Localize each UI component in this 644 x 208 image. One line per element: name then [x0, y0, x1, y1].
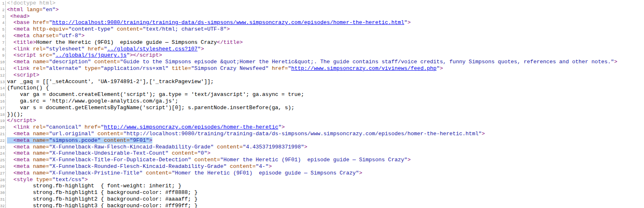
code-segment: name= [33, 163, 49, 170]
code-segment: strong.fb-highlight2 { background-color:… [7, 196, 197, 202]
line-number: 15 [0, 92, 6, 98]
code-segment: " [104, 46, 107, 52]
code-segment: <meta [14, 170, 33, 176]
code-segment: var ga = document.createElement('script'… [7, 91, 304, 98]
source-line: 3 <head> [0, 14, 644, 20]
code-segment: type= [81, 65, 101, 72]
code-segment: "stylesheet" [46, 46, 85, 52]
code-segment: "description" [49, 59, 91, 65]
line-number: 26 [0, 164, 6, 170]
source-link[interactable]: ../global/js/jquery.js [55, 52, 127, 58]
code-segment: content= [214, 144, 243, 150]
source-line: 32 strong.fb-highlight3 { background-col… [0, 203, 644, 208]
code-segment: "X-Funnelback-Raw-Flesch-Kincaid-Readabi… [49, 144, 214, 150]
code-text: })(); [7, 111, 23, 117]
code-segment: > [201, 46, 204, 52]
code-text: <link rel="stylesheet" href="../global/s… [7, 46, 204, 52]
line-number: 31 [0, 197, 6, 203]
source-line: 25 <meta name="X-Funnelback-Title-For-Du… [0, 157, 644, 164]
code-segment: href= [81, 124, 101, 130]
source-link[interactable]: http://www.simpsoncrazy.com/vivinews/fee… [291, 65, 437, 72]
code-segment: "text/css" [52, 177, 84, 183]
line-code: strong.fb-highlight1 { background-color:… [7, 190, 197, 196]
code-segment: rel= [33, 124, 46, 130]
code-segment: <script [14, 52, 39, 58]
code-segment: "http://localhost:9080/training/training… [123, 131, 482, 137]
source-link[interactable]: http://www.simpsoncrazy.com/episodes/hom… [104, 124, 278, 130]
code-segment: > [482, 131, 485, 137]
code-segment: > [81, 33, 84, 39]
code-text: <meta name="X-Funnelback-Title-For-Dupli… [7, 157, 411, 163]
line-number: 1 [0, 1, 6, 7]
source-link[interactable]: http://localhost:9080/training/training-… [52, 19, 404, 26]
line-number: 2 [0, 7, 6, 14]
line-code: <html lang="en"> [7, 7, 59, 13]
code-text: <script> [7, 72, 39, 78]
code-segment [7, 163, 14, 170]
source-line: 27 <meta name="X-Funnelback-Pristine-Tit… [0, 170, 644, 177]
code-segment: <meta [14, 33, 33, 39]
line-number: 28 [0, 177, 6, 184]
line-code: <meta http-equiv="content-type" content=… [7, 26, 230, 33]
source-line: 20 <link rel="canonical" href="http://ww… [0, 124, 644, 131]
code-segment: <link [14, 124, 33, 130]
line-number: 7 [0, 40, 6, 46]
code-segment: var s = document.getElementsByTagName('s… [7, 105, 294, 111]
line-number: 19 [0, 118, 6, 124]
code-text: <script src="../global/js/jquery.js"></s… [7, 52, 162, 58]
code-segment: <meta [14, 59, 33, 65]
code-segment: lang= [26, 7, 43, 13]
code-text: <link rel="canonical" href="http://www.s… [7, 124, 285, 130]
code-segment [7, 52, 14, 58]
code-segment [7, 137, 14, 143]
code-segment: (function() { [7, 85, 49, 91]
code-segment: href= [33, 19, 49, 26]
source-line: 24 <meta name="X-Funnelback-Undesirable-… [0, 151, 644, 157]
source-link[interactable]: ../global/stylesheet.css?107 [107, 46, 197, 52]
source-line: 19</script> [0, 118, 644, 124]
code-text: <meta http-equiv="content-type" content=… [7, 26, 230, 32]
line-code: ga.src = 'http://www.google-analytics.co… [7, 98, 178, 105]
source-line: 30 strong.fb-highlight1 { background-col… [0, 190, 644, 196]
source-line: 1<!doctype html> [0, 0, 644, 7]
code-text: <style type="text/css"> [7, 177, 88, 183]
code-segment [7, 46, 14, 52]
code-text: <meta name="X-Funnelback-Undesirable-Tex… [7, 150, 211, 156]
code-segment: type= [36, 177, 52, 183]
code-segment [7, 144, 14, 150]
line-number: 24 [0, 151, 6, 157]
line-number: 12 [0, 73, 6, 79]
code-segment: <meta [14, 137, 33, 143]
code-segment [7, 177, 14, 183]
code-segment: name= [33, 170, 49, 176]
code-segment: <link [14, 65, 33, 72]
code-segment: "Simpson Crazy Newsfeed" [191, 65, 269, 72]
code-segment: title= [168, 65, 191, 72]
source-line: 11 <link rel="alternate" type="applicati… [0, 66, 644, 72]
code-segment: <html [7, 7, 26, 13]
code-text: <html lang="en"> [7, 7, 59, 13]
code-segment: content= [101, 137, 130, 143]
code-segment [7, 150, 14, 156]
line-number: 29 [0, 184, 6, 190]
line-number: 23 [0, 145, 6, 151]
code-text: strong.fb-highlight { font-weight: inher… [7, 183, 181, 189]
line-code: <meta name="X-Funnelback-Undesirable-Tex… [7, 151, 211, 157]
code-segment: rel= [33, 46, 46, 52]
code-segment: </script> [7, 117, 36, 124]
code-segment: rel= [33, 65, 46, 72]
code-text: </script> [7, 117, 36, 124]
selection-highlight: <meta name="simpsons.pcode" content="9F0… [7, 137, 152, 143]
code-segment: <!doctype html> [7, 0, 55, 6]
line-number: 3 [0, 14, 6, 20]
line-code: <meta name="X-Funnelback-Rounded-Flesch-… [7, 164, 272, 170]
source-line: 26 <meta name="X-Funnelback-Rounded-Fles… [0, 164, 644, 170]
line-code: strong.fb-highlight2 { background-color:… [7, 196, 197, 203]
code-segment: <head> [10, 13, 30, 19]
line-code: <meta name="X-Funnelback-Raw-Flesch-Kinc… [7, 144, 308, 151]
line-code: <title>Homer the Heretic (9F01) episode … [7, 40, 243, 46]
code-segment [7, 65, 14, 72]
code-segment: content= [191, 157, 220, 163]
line-code: (function() { [7, 85, 49, 91]
line-code: var s = document.getElementsByTagName('s… [7, 105, 294, 111]
